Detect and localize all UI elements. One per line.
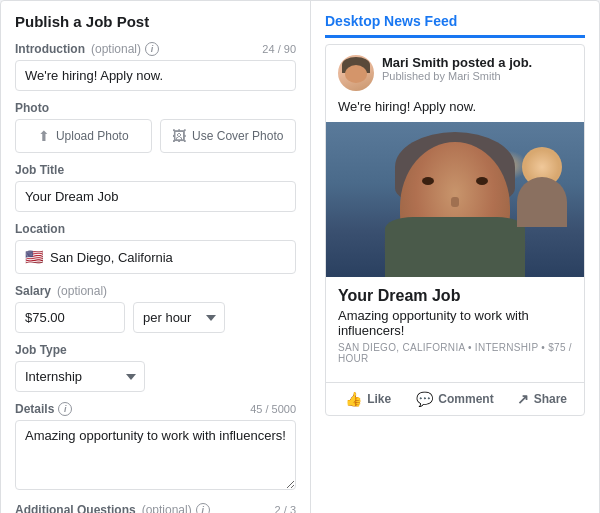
- preview-description: Amazing opportunity to work with influen…: [338, 308, 572, 338]
- photo-label: Photo: [15, 101, 49, 115]
- salary-label: Salary: [15, 284, 51, 298]
- like-button[interactable]: 👍 Like: [326, 385, 410, 413]
- left-panel: Publish a Job Post Introduction (optiona…: [1, 1, 311, 513]
- job-type-label-row: Job Type: [15, 343, 296, 357]
- job-title-input[interactable]: [15, 181, 296, 212]
- job-title-label: Job Title: [15, 163, 64, 177]
- share-button[interactable]: ↗ Share: [500, 385, 584, 413]
- right-panel: Desktop News Feed Mari Smith posted a jo…: [311, 1, 599, 513]
- job-title-label-row: Job Title: [15, 163, 296, 177]
- introduction-info-icon[interactable]: i: [145, 42, 159, 56]
- like-icon: 👍: [345, 391, 362, 407]
- location-value: San Diego, California: [50, 250, 173, 265]
- salary-input-row: per hour per year per month: [15, 302, 296, 333]
- introduction-optional: (optional): [91, 42, 141, 56]
- preview-photo-sim: [326, 122, 584, 277]
- share-icon: ↗: [517, 391, 529, 407]
- comment-icon: 💬: [416, 391, 433, 407]
- preview-title: Desktop News Feed: [325, 13, 585, 38]
- photo-label-row: Photo: [15, 101, 296, 115]
- second-person-shape: [514, 147, 569, 232]
- introduction-label-row: Introduction (optional) i 24 / 90: [15, 42, 296, 56]
- preview-intro-text: We're hiring! Apply now.: [326, 99, 584, 122]
- additional-questions-info-icon[interactable]: i: [196, 503, 210, 513]
- location-input-row[interactable]: 🇺🇸 San Diego, California: [15, 240, 296, 274]
- preview-poster-text: Mari Smith posted a job.: [382, 55, 572, 70]
- use-cover-photo-button[interactable]: 🖼 Use Cover Photo: [160, 119, 297, 153]
- photo-buttons-row: ⬆ Upload Photo 🖼 Use Cover Photo: [15, 119, 296, 153]
- salary-amount-input[interactable]: [15, 302, 125, 333]
- introduction-group: Introduction (optional) i 24 / 90: [15, 42, 296, 91]
- preview-content: Your Dream Job Amazing opportunity to wo…: [326, 277, 584, 382]
- avatar: [338, 55, 374, 91]
- job-type-group: Job Type Full-Time Part-Time Internship …: [15, 343, 296, 392]
- salary-optional: (optional): [57, 284, 107, 298]
- salary-label-row: Salary (optional): [15, 284, 296, 298]
- comment-button[interactable]: 💬 Comment: [410, 385, 499, 413]
- preview-card: Mari Smith posted a job. Published by Ma…: [325, 44, 585, 416]
- preview-meta-info: SAN DIEGO, CALIFORNIA • INTERNSHIP • $75…: [338, 342, 572, 364]
- preview-meta: Mari Smith posted a job. Published by Ma…: [382, 55, 572, 82]
- page-title: Publish a Job Post: [15, 13, 296, 30]
- introduction-input[interactable]: [15, 60, 296, 91]
- job-type-label: Job Type: [15, 343, 67, 357]
- upload-icon: ⬆: [38, 128, 50, 144]
- location-label-row: Location: [15, 222, 296, 236]
- cover-icon: 🖼: [172, 128, 186, 144]
- share-label: Share: [534, 392, 567, 406]
- details-group: Details i 45 / 5000 Amazing opportunity …: [15, 402, 296, 493]
- cover-photo-label: Use Cover Photo: [192, 129, 283, 143]
- location-flag-icon: 🇺🇸: [25, 248, 44, 266]
- job-title-group: Job Title: [15, 163, 296, 212]
- preview-job-title: Your Dream Job: [338, 287, 572, 305]
- additional-questions-optional: (optional): [142, 503, 192, 513]
- comment-label: Comment: [438, 392, 493, 406]
- additional-questions-char-count: 2 / 3: [275, 504, 296, 513]
- additional-questions-row: Additional Questions (optional) i 2 / 3: [15, 503, 296, 513]
- introduction-char-count: 24 / 90: [262, 43, 296, 55]
- details-label: Details: [15, 402, 54, 416]
- upload-photo-label: Upload Photo: [56, 129, 129, 143]
- salary-period-select[interactable]: per hour per year per month: [133, 302, 225, 333]
- details-char-count: 45 / 5000: [250, 403, 296, 415]
- salary-group: Salary (optional) per hour per year per …: [15, 284, 296, 333]
- photo-group: Photo ⬆ Upload Photo 🖼 Use Cover Photo: [15, 101, 296, 153]
- preview-published-by: Published by Mari Smith: [382, 70, 572, 82]
- like-label: Like: [367, 392, 391, 406]
- location-label: Location: [15, 222, 65, 236]
- additional-questions-label: Additional Questions: [15, 503, 136, 513]
- location-group: Location 🇺🇸 San Diego, California: [15, 222, 296, 274]
- job-type-select[interactable]: Full-Time Part-Time Internship Contract …: [15, 361, 145, 392]
- preview-photo: [326, 122, 584, 277]
- introduction-label: Introduction: [15, 42, 85, 56]
- preview-header: Mari Smith posted a job. Published by Ma…: [326, 45, 584, 99]
- details-label-row: Details i 45 / 5000: [15, 402, 296, 416]
- shirt-shape: [385, 217, 525, 277]
- upload-photo-button[interactable]: ⬆ Upload Photo: [15, 119, 152, 153]
- preview-actions: 👍 Like 💬 Comment ↗ Share: [326, 382, 584, 415]
- details-textarea[interactable]: Amazing opportunity to work with influen…: [15, 420, 296, 490]
- details-info-icon[interactable]: i: [58, 402, 72, 416]
